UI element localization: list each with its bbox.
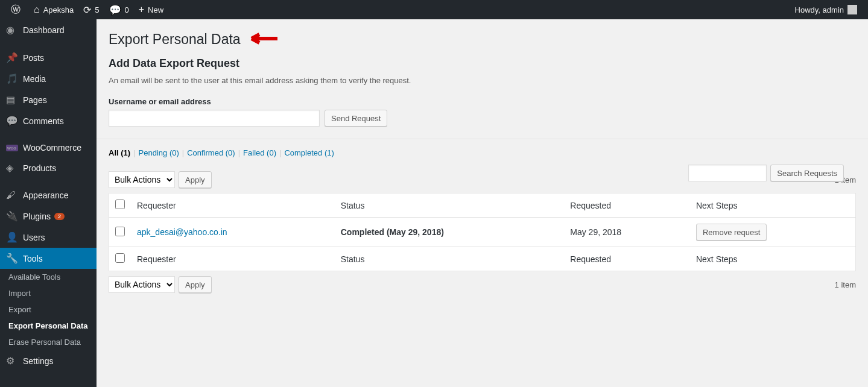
media-icon: 🎵 bbox=[6, 73, 18, 84]
menu-label: Comments bbox=[23, 116, 64, 126]
howdy-text: Howdy, admin bbox=[795, 5, 844, 14]
updates-count: 5 bbox=[95, 5, 99, 14]
table-row: apk_desai@yahoo.co.in Completed (May 29,… bbox=[109, 218, 856, 247]
menu-label: Pages bbox=[23, 95, 47, 105]
site-name-link[interactable]: ⌂Apeksha bbox=[29, 0, 78, 19]
search-requests-button[interactable]: Search Requests bbox=[770, 165, 844, 181]
account-link[interactable]: Howdy, admin bbox=[790, 0, 862, 19]
submenu-import[interactable]: Import bbox=[0, 285, 97, 301]
col-requester[interactable]: Requester bbox=[131, 194, 335, 218]
page-title: Export Personal Data bbox=[109, 31, 856, 48]
requester-link[interactable]: apk_desai@yahoo.co.in bbox=[137, 227, 227, 237]
search-input[interactable] bbox=[688, 165, 767, 181]
product-icon: ◈ bbox=[6, 162, 18, 174]
menu-posts[interactable]: 📌Posts bbox=[0, 47, 97, 68]
menu-users[interactable]: 👤Users bbox=[0, 227, 97, 248]
user-icon: 👤 bbox=[6, 231, 18, 243]
filter-pending[interactable]: Pending (0) bbox=[139, 148, 179, 157]
requested-date: May 29, 2018 bbox=[564, 218, 690, 247]
brush-icon: 🖌 bbox=[6, 190, 18, 201]
dashboard-icon: ◉ bbox=[6, 24, 18, 36]
comments-link[interactable]: 💬0 bbox=[104, 0, 134, 19]
select-all-bottom[interactable] bbox=[115, 253, 125, 263]
col-status: Status bbox=[335, 194, 565, 218]
plus-icon: + bbox=[139, 4, 144, 15]
plugin-icon: 🔌 bbox=[6, 210, 18, 222]
col-requested-foot[interactable]: Requested bbox=[564, 247, 690, 271]
comment-icon: 💬 bbox=[6, 115, 18, 127]
menu-comments[interactable]: 💬Comments bbox=[0, 110, 97, 131]
menu-label: WooCommerce bbox=[23, 143, 81, 153]
menu-label: Posts bbox=[23, 53, 44, 63]
menu-appearance[interactable]: 🖌Appearance bbox=[0, 185, 97, 206]
filter-confirmed[interactable]: Confirmed (0) bbox=[187, 148, 235, 157]
new-content-link[interactable]: +New bbox=[134, 0, 168, 19]
submenu-available-tools[interactable]: Available Tools bbox=[0, 269, 97, 285]
page-title-text: Export Personal Data bbox=[109, 31, 241, 47]
menu-tools[interactable]: 🔧Tools bbox=[0, 248, 97, 269]
col-next-steps: Next Steps bbox=[690, 194, 856, 218]
page-icon: ▤ bbox=[6, 94, 18, 105]
menu-label: Users bbox=[23, 233, 45, 242]
menu-label: Plugins bbox=[23, 212, 51, 221]
site-name-text: Apeksha bbox=[43, 5, 74, 14]
send-request-button[interactable]: Send Request bbox=[325, 110, 387, 127]
filter-all[interactable]: All (1) bbox=[109, 148, 130, 157]
admin-sidebar: ◉Dashboard 📌Posts 🎵Media ▤Pages 💬Comment… bbox=[0, 19, 97, 322]
divider bbox=[97, 139, 868, 139]
avatar-icon bbox=[847, 5, 857, 14]
menu-label: Products bbox=[23, 163, 56, 173]
item-count-bottom: 1 item bbox=[835, 280, 856, 289]
menu-products[interactable]: ◈Products bbox=[0, 157, 97, 178]
remove-request-button[interactable]: Remove request bbox=[696, 224, 767, 241]
col-next-steps-foot: Next Steps bbox=[690, 247, 856, 271]
select-all-top[interactable] bbox=[115, 200, 125, 209]
pin-icon: 📌 bbox=[6, 52, 18, 63]
admin-toolbar: ⓦ ⌂Apeksha ⟳5 💬0 +New Howdy, admin bbox=[0, 0, 868, 19]
requests-table: Requester Status Requested Next Steps ap… bbox=[109, 193, 856, 271]
menu-label: Tools bbox=[23, 254, 43, 263]
submenu-export[interactable]: Export bbox=[0, 301, 97, 318]
comments-count: 0 bbox=[125, 5, 129, 14]
updates-link[interactable]: ⟳5 bbox=[78, 0, 104, 19]
row-checkbox[interactable] bbox=[115, 227, 125, 236]
col-requester-foot[interactable]: Requester bbox=[131, 247, 335, 271]
plugin-badge: 2 bbox=[54, 213, 65, 220]
email-field[interactable] bbox=[109, 110, 320, 127]
bulk-action-select-bottom[interactable]: Bulk Actions bbox=[109, 276, 175, 293]
status-filter: All (1)| Pending (0)| Confirmed (0)| Fai… bbox=[109, 148, 856, 157]
comment-icon: 💬 bbox=[109, 4, 121, 16]
menu-label: Dashboard bbox=[23, 25, 65, 35]
menu-dashboard[interactable]: ◉Dashboard bbox=[0, 19, 97, 40]
filter-completed[interactable]: Completed (1) bbox=[284, 148, 334, 157]
col-requested[interactable]: Requested bbox=[564, 194, 690, 218]
status-text: Completed (May 29, 2018) bbox=[341, 227, 444, 237]
menu-label: Appearance bbox=[23, 190, 69, 200]
new-label: New bbox=[148, 5, 163, 14]
menu-plugins[interactable]: 🔌Plugins2 bbox=[0, 206, 97, 227]
menu-media[interactable]: 🎵Media bbox=[0, 68, 97, 89]
section-description: An email will be sent to the user at thi… bbox=[109, 76, 856, 85]
filter-failed[interactable]: Failed (0) bbox=[243, 148, 276, 157]
home-icon: ⌂ bbox=[34, 4, 40, 15]
apply-button-bottom[interactable]: Apply bbox=[179, 276, 212, 293]
wrench-icon: 🔧 bbox=[6, 253, 18, 264]
section-title: Add Data Export Request bbox=[109, 57, 856, 70]
bulk-action-select-top[interactable]: Bulk Actions bbox=[109, 171, 175, 188]
refresh-icon: ⟳ bbox=[83, 4, 91, 16]
wp-logo[interactable]: ⓦ bbox=[6, 0, 29, 19]
apply-button-top[interactable]: Apply bbox=[179, 171, 212, 188]
submenu-export-personal-data[interactable]: Export Personal Data bbox=[0, 318, 97, 322]
email-field-label: Username or email address bbox=[109, 97, 856, 106]
wordpress-icon: ⓦ bbox=[11, 4, 21, 16]
arrow-annotation-icon bbox=[250, 32, 284, 48]
menu-woocommerce[interactable]: wooWooCommerce bbox=[0, 138, 97, 157]
menu-label: Media bbox=[23, 74, 46, 84]
menu-pages[interactable]: ▤Pages bbox=[0, 89, 97, 110]
page-content: Export Personal Data Add Data Export Req… bbox=[97, 19, 868, 322]
col-status-foot: Status bbox=[335, 247, 565, 271]
woo-icon: woo bbox=[6, 145, 18, 151]
